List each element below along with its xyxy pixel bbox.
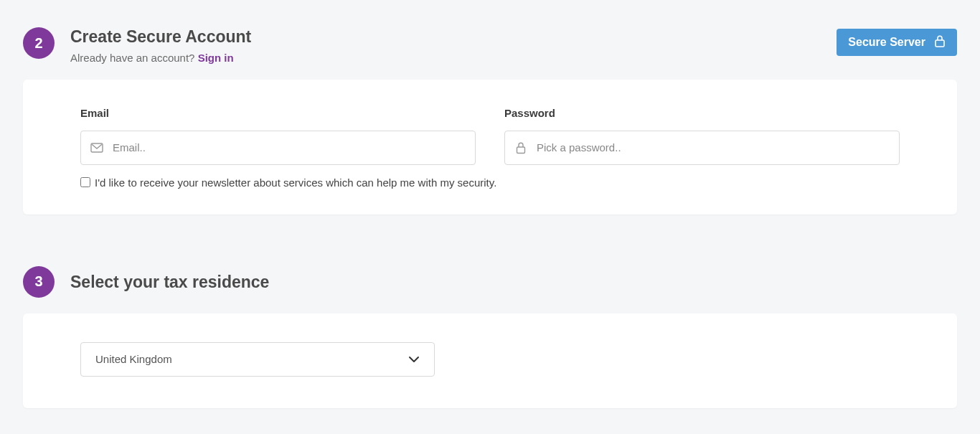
lock-icon (505, 141, 537, 154)
email-input-wrap[interactable] (80, 131, 476, 165)
newsletter-checkbox[interactable] (80, 177, 90, 187)
email-label: Email (80, 107, 476, 119)
country-select-value: United Kingdom (95, 353, 408, 365)
secure-server-label: Secure Server (848, 36, 925, 49)
password-input[interactable] (537, 131, 899, 164)
email-input[interactable] (113, 131, 475, 164)
lock-icon (934, 34, 946, 50)
secure-server-badge: Secure Server (837, 29, 957, 56)
svg-rect-2 (517, 147, 525, 154)
step-2-header: 2 Create Secure Account Already have an … (23, 27, 957, 64)
mail-icon (81, 143, 113, 153)
newsletter-row[interactable]: I'd like to receive your newsletter abou… (80, 176, 900, 189)
step-2-subtitle: Already have an account? Sign in (70, 52, 957, 64)
step-3-badge: 3 (23, 266, 55, 298)
password-field-group: Password (504, 107, 900, 165)
email-field-group: Email (80, 107, 476, 165)
step-3-header: 3 Select your tax residence (23, 266, 957, 298)
step-3-title: Select your tax residence (70, 266, 269, 298)
create-account-card: Email Password (23, 80, 957, 214)
password-input-wrap[interactable] (504, 131, 900, 165)
account-row: Email Password (80, 107, 900, 165)
newsletter-label: I'd like to receive your newsletter abou… (95, 176, 496, 189)
subtitle-prefix: Already have an account? (70, 52, 198, 64)
svg-rect-0 (936, 40, 944, 47)
tax-residence-card: United Kingdom (23, 313, 957, 408)
chevron-down-icon (408, 353, 420, 366)
step-2-badge: 2 (23, 27, 55, 59)
step-2-title: Create Secure Account (70, 27, 957, 47)
sign-in-link[interactable]: Sign in (198, 52, 234, 64)
password-label: Password (504, 107, 900, 119)
country-select[interactable]: United Kingdom (80, 342, 435, 377)
step-2-header-text: Create Secure Account Already have an ac… (70, 27, 957, 64)
